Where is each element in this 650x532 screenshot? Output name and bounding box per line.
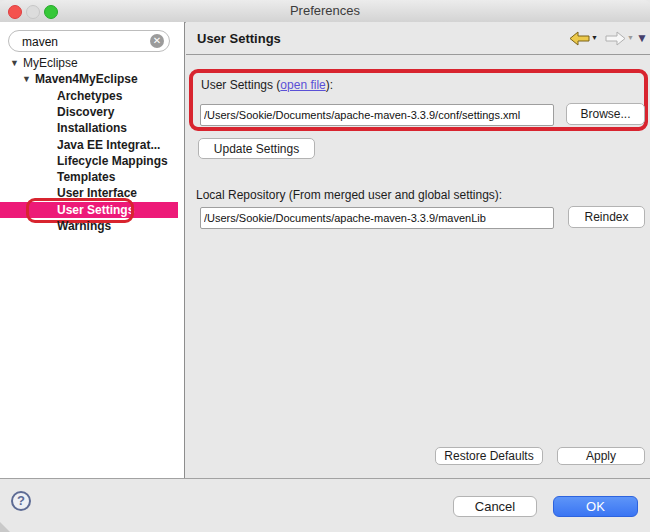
sidebar: ✕ ▼MyEclipse▼Maven4MyEclipseArchetypesDi… [0, 22, 185, 478]
window-title: Preferences [0, 0, 650, 22]
tree-item-label: User Settings [57, 202, 134, 218]
back-arrow-icon[interactable] [569, 31, 590, 46]
tree-item-archetypes[interactable]: Archetypes [0, 88, 178, 104]
resize-grip[interactable] [0, 522, 10, 532]
tree-item-user-interface[interactable]: User Interface [0, 185, 178, 201]
update-settings-button[interactable]: Update Settings [198, 138, 315, 159]
open-file-link[interactable]: open file [280, 78, 325, 92]
preferences-window: Preferences ✕ ▼MyEclipse▼Maven4MyEclipse… [0, 0, 650, 532]
forward-dropdown-icon[interactable]: ▼ [627, 34, 634, 41]
disclosure-triangle-icon[interactable]: ▼ [10, 55, 19, 71]
filter-search-box[interactable]: ✕ [8, 30, 170, 52]
help-icon[interactable]: ? [11, 491, 31, 511]
title-bar: Preferences [0, 0, 650, 23]
pane-header: User Settings ▼ ▼ ▼ [186, 22, 650, 55]
tree-item-user-settings[interactable]: User Settings [0, 202, 178, 218]
local-repository-path-input[interactable] [200, 207, 554, 229]
cancel-button[interactable]: Cancel [453, 496, 537, 517]
local-repository-label: Local Repository (From merged user and g… [196, 188, 502, 202]
restore-defaults-button[interactable]: Restore Defaults [435, 447, 543, 465]
forward-arrow-icon[interactable] [605, 31, 626, 46]
tree-item-lifecycle-mappings[interactable]: Lifecycle Mappings [0, 153, 178, 169]
tree-item-discovery[interactable]: Discovery [0, 104, 178, 120]
tree-item-label: Warnings [57, 218, 111, 234]
footer-divider [0, 478, 650, 479]
settings-file-path-input[interactable] [200, 104, 554, 126]
tree-item-warnings[interactable]: Warnings [0, 218, 178, 234]
tree-item-templates[interactable]: Templates [0, 169, 178, 185]
tree-item-label: Lifecycle Mappings [57, 153, 168, 169]
tree-item-label: Java EE Integrat... [57, 137, 160, 153]
tree-item-label: Installations [57, 120, 127, 136]
tree-item-myeclipse[interactable]: ▼MyEclipse [0, 55, 178, 71]
tree-item-label: Archetypes [57, 88, 122, 104]
tree-item-label: User Interface [57, 185, 137, 201]
tree-item-java-ee-integrat[interactable]: Java EE Integrat... [0, 137, 178, 153]
tree-item-label: Maven4MyEclipse [35, 71, 138, 87]
reindex-button[interactable]: Reindex [568, 206, 645, 228]
disclosure-triangle-icon[interactable]: ▼ [22, 71, 31, 87]
tree-item-label: Discovery [57, 104, 114, 120]
user-settings-label: User Settings (open file): [201, 78, 333, 92]
tree-item-installations[interactable]: Installations [0, 120, 178, 136]
preferences-tree: ▼MyEclipse▼Maven4MyEclipseArchetypesDisc… [0, 55, 184, 475]
tree-item-label: Templates [57, 169, 115, 185]
back-dropdown-icon[interactable]: ▼ [591, 34, 598, 41]
user-settings-label-suffix: ): [326, 78, 333, 92]
view-menu-icon[interactable]: ▼ [636, 31, 648, 45]
ok-button[interactable]: OK [553, 496, 638, 517]
clear-search-icon[interactable]: ✕ [150, 34, 164, 48]
browse-button[interactable]: Browse... [566, 103, 645, 125]
apply-button[interactable]: Apply [557, 447, 645, 465]
tree-item-label: MyEclipse [23, 55, 78, 71]
tree-item-maven4myeclipse[interactable]: ▼Maven4MyEclipse [0, 71, 178, 87]
user-settings-label-prefix: User Settings ( [201, 78, 280, 92]
filter-search-input[interactable] [20, 32, 152, 52]
page-title: User Settings [197, 31, 281, 46]
